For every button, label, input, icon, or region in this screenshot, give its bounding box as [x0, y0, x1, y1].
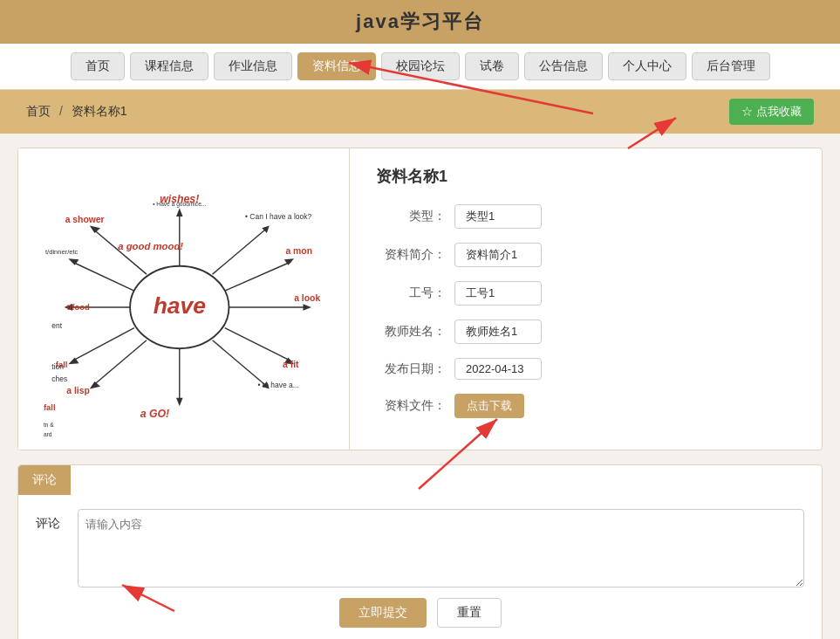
have-mindmap: have [18, 148, 349, 450]
svg-text:fall: fall [44, 402, 56, 412]
svg-text:t/dinner/etc: t/dinner/etc [45, 248, 79, 256]
svg-marker-18 [90, 225, 100, 233]
comment-form-label: 评论 [36, 509, 67, 532]
resource-title: 资料名称1 [376, 166, 796, 187]
favorite-button[interactable]: ☆ 点我收藏 [729, 99, 814, 125]
svg-text:tn &: tn & [44, 422, 54, 428]
svg-text:t/food: t/food [66, 302, 89, 312]
svg-text:• Have a good/nice...: • Have a good/nice... [153, 201, 206, 208]
navigation: 首页 课程信息 作业信息 资料信息 校园论坛 试卷 公告信息 个人中心 后台管理 [0, 44, 840, 90]
svg-text:• Can I have a look?: • Can I have a look? [245, 212, 311, 221]
breadcrumb: 首页 / 资料名称1 ☆ 点我收藏 [0, 90, 840, 134]
comment-textarea[interactable] [78, 509, 804, 587]
comment-section: 评论 评论 立即提交 重置 [17, 464, 823, 639]
file-label: 资料文件： [376, 398, 446, 414]
svg-text:ent: ent [51, 321, 62, 330]
date-label: 发布日期： [376, 361, 446, 377]
svg-marker-15 [176, 398, 183, 406]
main-content: have [17, 148, 823, 450]
svg-line-6 [93, 229, 147, 274]
brief-label: 资料简介： [376, 247, 446, 263]
comment-actions: 立即提交 重置 [36, 598, 804, 628]
resource-image-panel: have [18, 148, 350, 450]
nav-personal[interactable]: 个人中心 [608, 52, 686, 80]
brief-row: 资料简介： 资料简介1 [376, 243, 796, 267]
teacher-row: 教师姓名： 教师姓名1 [376, 320, 796, 344]
svg-text:• to have a...: • to have a... [257, 381, 298, 389]
svg-text:a mon: a mon [285, 246, 312, 256]
id-value: 工号1 [454, 281, 542, 306]
resource-info-panel: 资料名称1 类型： 类型1 资料简介： 资料简介1 工号： 工号1 教师姓名： … [350, 148, 822, 450]
svg-text:a good mood!: a good mood! [118, 241, 183, 251]
brief-value: 资料简介1 [454, 243, 542, 267]
svg-text:a lisp: a lisp [66, 386, 90, 395]
svg-text:ard: ard [44, 431, 52, 437]
teacher-value: 教师姓名1 [454, 320, 542, 344]
svg-text:have: have [154, 292, 206, 319]
nav-home[interactable]: 首页 [71, 52, 125, 80]
svg-line-7 [213, 229, 266, 274]
svg-text:ches: ches [51, 374, 67, 383]
breadcrumb-current: 资料名称1 [72, 104, 127, 118]
nav-resource[interactable]: 资料信息 [297, 52, 376, 80]
svg-text:tion: tion [51, 362, 64, 371]
breadcrumb-separator: / [59, 104, 63, 118]
breadcrumb-home[interactable]: 首页 [26, 104, 51, 118]
svg-text:a fit: a fit [283, 360, 299, 369]
svg-line-9 [213, 340, 266, 386]
header-title: java学习平台 [356, 10, 484, 32]
teacher-label: 教师姓名： [376, 324, 446, 340]
comment-header: 评论 [18, 465, 71, 495]
id-label: 工号： [376, 285, 446, 301]
svg-text:a look: a look [294, 293, 320, 303]
date-row: 发布日期： 2022-04-13 [376, 358, 796, 380]
svg-text:a GO!: a GO! [140, 408, 169, 420]
svg-line-8 [93, 340, 147, 386]
page-header: java学习平台 [0, 0, 840, 44]
submit-button[interactable]: 立即提交 [339, 598, 427, 628]
svg-marker-20 [90, 381, 100, 389]
svg-line-13 [225, 328, 291, 361]
nav-forum[interactable]: 校园论坛 [381, 52, 460, 80]
nav-course[interactable]: 课程信息 [130, 52, 208, 80]
type-value: 类型1 [454, 204, 542, 229]
comment-form-row: 评论 [36, 509, 804, 587]
download-button[interactable]: 点击下载 [454, 394, 524, 418]
svg-text:a shower: a shower [65, 215, 105, 224]
type-label: 类型： [376, 209, 446, 224]
nav-notice[interactable]: 公告信息 [524, 52, 603, 80]
id-row: 工号： 工号1 [376, 281, 796, 306]
date-value: 2022-04-13 [454, 358, 542, 380]
nav-homework[interactable]: 作业信息 [214, 52, 292, 80]
svg-line-12 [72, 328, 134, 361]
nav-admin[interactable]: 后台管理 [692, 52, 770, 80]
comment-body: 评论 立即提交 重置 [18, 495, 822, 639]
svg-marker-14 [176, 209, 183, 216]
type-row: 类型： 类型1 [376, 204, 796, 229]
file-row: 资料文件： 点击下载 [376, 394, 796, 418]
svg-line-10 [72, 262, 134, 291]
svg-marker-17 [303, 304, 311, 311]
svg-line-11 [225, 262, 291, 291]
nav-exam[interactable]: 试卷 [465, 52, 519, 80]
reset-button[interactable]: 重置 [437, 598, 502, 628]
